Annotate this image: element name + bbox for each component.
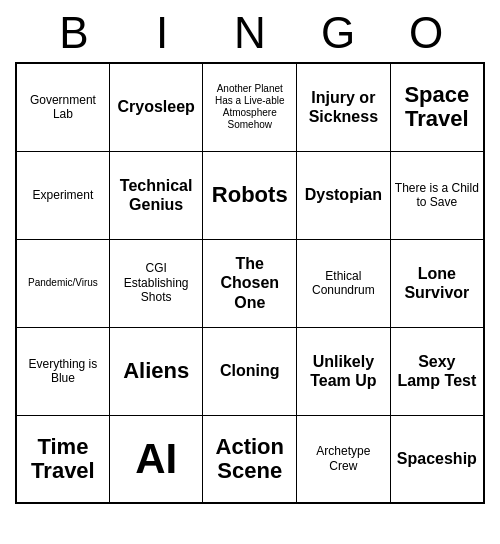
title-letter-i: I	[118, 8, 206, 58]
cell-r2-c0: Pandemic/Virus	[16, 239, 109, 327]
title-letter-g: G	[294, 8, 382, 58]
cell-r0-c3: Injury or Sickness	[297, 63, 391, 151]
cell-r4-c4: Spaceship	[390, 415, 484, 503]
bingo-title: BINGO	[15, 8, 485, 58]
grid-row-3: Everything is BlueAliensCloningUnlikely …	[16, 327, 484, 415]
grid-row-1: ExperimentTechnical GeniusRobotsDystopia…	[16, 151, 484, 239]
cell-r0-c4: Space Travel	[390, 63, 484, 151]
cell-r3-c3: Unlikely Team Up	[297, 327, 391, 415]
cell-r2-c4: Lone Survivor	[390, 239, 484, 327]
cell-r0-c0: Government Lab	[16, 63, 109, 151]
cell-r1-c4: There is a Child to Save	[390, 151, 484, 239]
grid-row-0: Government LabCryosleepAnother Planet Ha…	[16, 63, 484, 151]
cell-r2-c2: The Chosen One	[203, 239, 297, 327]
cell-r1-c0: Experiment	[16, 151, 109, 239]
cell-r1-c2: Robots	[203, 151, 297, 239]
grid-row-2: Pandemic/VirusCGI Establishing ShotsThe …	[16, 239, 484, 327]
title-letter-b: B	[30, 8, 118, 58]
cell-r1-c1: Technical Genius	[109, 151, 203, 239]
cell-r2-c3: Ethical Conundrum	[297, 239, 391, 327]
cell-r3-c2: Cloning	[203, 327, 297, 415]
cell-r3-c1: Aliens	[109, 327, 203, 415]
cell-r4-c1: AI	[109, 415, 203, 503]
bingo-grid: Government LabCryosleepAnother Planet Ha…	[15, 62, 485, 504]
cell-r3-c0: Everything is Blue	[16, 327, 109, 415]
cell-r4-c0: Time Travel	[16, 415, 109, 503]
title-letter-n: N	[206, 8, 294, 58]
cell-r3-c4: Sexy Lamp Test	[390, 327, 484, 415]
cell-r4-c3: Archetype Crew	[297, 415, 391, 503]
grid-row-4: Time TravelAIAction SceneArchetype CrewS…	[16, 415, 484, 503]
cell-r0-c2: Another Planet Has a Live-able Atmospher…	[203, 63, 297, 151]
cell-r2-c1: CGI Establishing Shots	[109, 239, 203, 327]
cell-r4-c2: Action Scene	[203, 415, 297, 503]
title-letter-o: O	[382, 8, 470, 58]
cell-r0-c1: Cryosleep	[109, 63, 203, 151]
cell-r1-c3: Dystopian	[297, 151, 391, 239]
